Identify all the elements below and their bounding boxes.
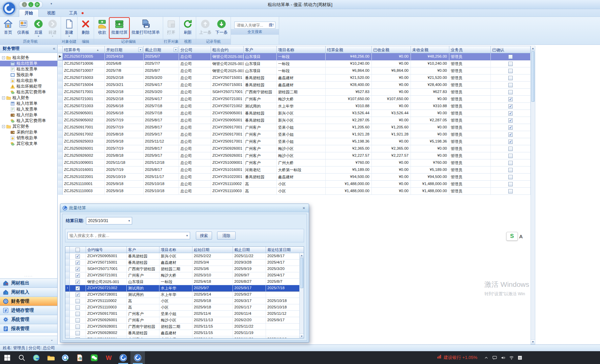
- confirmed-checkbox[interactable]: [508, 118, 513, 123]
- tree-folder-租入财务[interactable]: −租入财务: [0, 95, 57, 101]
- scroll-down-icon[interactable]: ▼: [300, 334, 304, 338]
- scroll-thumb[interactable]: [531, 51, 535, 102]
- chevron-down-icon[interactable]: ▾: [68, 35, 70, 37]
- column-header-截止日期[interactable]: 截止日期▼: [144, 46, 179, 53]
- chevron-down-icon[interactable]: ▾: [52, 35, 53, 37]
- select-checkbox[interactable]: [76, 254, 80, 259]
- clear-button[interactable]: 清除: [217, 232, 236, 240]
- tree-item-销售收款单[interactable]: 销售收款单: [0, 135, 57, 141]
- nav-options-chevron-icon[interactable]: ⌄: [51, 338, 53, 341]
- tree-expander-icon[interactable]: −: [2, 125, 5, 128]
- tree-folder-其它财务[interactable]: −其它财务: [0, 124, 57, 129]
- taskbar-qq-browser-icon[interactable]: [58, 351, 72, 364]
- confirmed-checkbox[interactable]: [508, 104, 513, 109]
- confirmed-checkbox[interactable]: [508, 147, 513, 151]
- confirmed-checkbox[interactable]: [508, 189, 513, 193]
- column-header-已确认[interactable]: 已确认: [491, 46, 531, 53]
- tree-item-租出坏账处理[interactable]: 租出坏账处理: [0, 84, 57, 89]
- column-header-select[interactable]: [70, 247, 86, 253]
- taskbar-explorer-icon[interactable]: [43, 351, 58, 364]
- dialog-table-row[interactable]: ZCHY250905001番禺碧桂园新兴小区2025/2/222025/11/2…: [65, 253, 304, 260]
- up-circle-icon[interactable]: ↑: [22, 2, 27, 7]
- close-icon[interactable]: ✕: [301, 206, 307, 211]
- tree-item-其它收支单[interactable]: 其它收支单: [0, 141, 57, 147]
- column-header-项目名称[interactable]: 项目名称: [277, 46, 326, 53]
- confirmed-checkbox[interactable]: [508, 154, 513, 158]
- ribbon-button-首页[interactable]: 首页: [1, 18, 15, 38]
- select-checkbox[interactable]: [76, 318, 80, 323]
- select-checkbox[interactable]: [76, 273, 80, 278]
- table-row[interactable]: ZCJS2507210012025/2/182025/4/17总公司ZCHY25…: [58, 96, 531, 103]
- ribbon-button-新建[interactable]: 新建▾: [62, 18, 76, 38]
- column-header-租出合约[interactable]: 租出合约: [211, 46, 244, 53]
- confirmed-checkbox[interactable]: [508, 111, 513, 116]
- table-row[interactable]: ZCJS2510220012025/10/192025/11/17总公司ZCHY…: [58, 174, 531, 181]
- ribbon-button-仪表板[interactable]: 仪表板: [15, 18, 31, 38]
- tree-item-租出其它费用单[interactable]: 租出其它费用单: [0, 89, 57, 95]
- nav-item-报表管理[interactable]: 报表管理: [0, 324, 57, 333]
- table-row[interactable]: ZCJS2509170022025/8/182025/9/17总公司ZCHY25…: [58, 131, 531, 138]
- taskbar-start-icon[interactable]: [0, 351, 14, 364]
- select-checkbox[interactable]: [76, 293, 80, 297]
- taskbar-wps-icon[interactable]: W: [101, 351, 116, 364]
- chevron-down-icon[interactable]: ▾: [38, 35, 39, 37]
- select-checkbox[interactable]: [76, 299, 80, 303]
- scroll-up-icon[interactable]: ▲: [531, 46, 535, 51]
- down-circle-icon[interactable]: ↓: [28, 2, 33, 7]
- tree-item-租入发票单[interactable]: 租入发票单: [0, 107, 57, 112]
- settle-date-picker[interactable]: 2025/10/31 ▼: [86, 217, 132, 224]
- column-header-合约编号[interactable]: 合约编号: [86, 247, 127, 253]
- select-checkbox[interactable]: [76, 286, 80, 291]
- tree-expander-icon[interactable]: −: [2, 56, 5, 59]
- stock-ticker[interactable]: 建设银行 +1.05%: [437, 354, 477, 361]
- select-checkbox[interactable]: [76, 331, 80, 335]
- column-header-结算单号[interactable]: 结算单号▲: [63, 46, 105, 53]
- scroll-up-icon[interactable]: ▲: [300, 253, 304, 257]
- tree-item-租出收款单[interactable]: 租出收款单: [0, 78, 57, 84]
- select-all-checkbox[interactable]: [76, 248, 80, 252]
- screenshot-tool-icon[interactable]: S: [506, 232, 518, 241]
- confirmed-checkbox[interactable]: [508, 161, 513, 165]
- table-row[interactable]: ZCJS2507150032025/2/182025/3/20总公司ZCHY25…: [58, 74, 531, 82]
- table-row[interactable]: ZCJS2511100032025/9/182025/10/18总公司ZCHY2…: [58, 188, 531, 195]
- nav-item-财务管理[interactable]: 财务管理: [0, 297, 57, 306]
- confirmed-checkbox[interactable]: [508, 83, 513, 87]
- scroll-down-icon[interactable]: ▼: [531, 339, 535, 344]
- search-button[interactable]: 搜索: [196, 232, 212, 240]
- confirmed-checkbox[interactable]: [508, 69, 513, 73]
- table-row[interactable]: ZCJS2507210032025/6/182025/7/18总公司ZCHY25…: [58, 103, 531, 110]
- column-header-项目名称[interactable]: 项目名称: [159, 247, 192, 253]
- taskbar-app-logo-icon[interactable]: [116, 351, 130, 364]
- dialog-table-row[interactable]: ZCHY250721001广州客户梅沙大桥2025/3/102026/9/720…: [65, 272, 304, 279]
- select-checkbox[interactable]: [76, 305, 80, 310]
- column-header-结算金额[interactable]: 结算金额: [326, 46, 372, 53]
- confirmed-checkbox[interactable]: [508, 62, 513, 66]
- qat-customize-button[interactable]: ▾: [51, 2, 52, 5]
- taskbar-app-logo-icon[interactable]: [130, 351, 145, 364]
- tree-item-租入结算单[interactable]: 租入结算单: [0, 101, 57, 107]
- keyword-search-input[interactable]: [236, 23, 269, 28]
- select-checkbox[interactable]: [76, 337, 80, 339]
- ribbon-button-批量结算[interactable]: 批量结算: [109, 18, 129, 38]
- confirmed-checkbox[interactable]: [508, 125, 513, 130]
- taskbar-search-icon[interactable]: [14, 351, 29, 364]
- tray-network-icon[interactable]: [507, 351, 516, 364]
- table-row[interactable]: ZCJS2509260022025/8/182025/9/17总公司ZCHY25…: [58, 152, 531, 159]
- tab-tools[interactable]: 工具: [64, 9, 85, 17]
- taskbar-edge-icon[interactable]: [29, 351, 43, 364]
- dialog-title-bar[interactable]: 批量结算 ✕: [60, 204, 309, 212]
- ribbon-button-下一条[interactable]: 下一条: [213, 18, 230, 38]
- confirmed-checkbox[interactable]: [508, 132, 513, 137]
- table-row[interactable]: ZCJS2507100072025/7/82025/8/7总公司钢管公司2025…: [58, 67, 531, 74]
- dialog-table-row[interactable]: ZCHY251110002高小区2025/9/182026/3/172025/1…: [65, 298, 304, 304]
- table-row[interactable]: ZCJS2507100062025/6/82025/7/7总公司钢管公司2025…: [58, 60, 531, 67]
- select-checkbox[interactable]: [76, 325, 80, 329]
- tree-folder-租出财务[interactable]: −租出财务: [0, 55, 57, 61]
- ribbon-button-刷新[interactable]: 刷新: [181, 18, 195, 38]
- sidebar-splitter[interactable]: ·····: [0, 275, 57, 278]
- column-header-截止日期[interactable]: 截止日期: [233, 247, 266, 253]
- taskbar-wechat-icon[interactable]: [87, 351, 101, 364]
- dialog-table-row[interactable]: SGHY250717001广西南宁碧桂园碧桂园二期2025/3/62025/9/…: [65, 266, 304, 272]
- dialog-table-row[interactable]: ZCHY250926001广州客户梅沙小区2025/11/132026/2/20…: [65, 317, 304, 324]
- table-row[interactable]: ZCJS2507150042025/3/212025/4/17总公司ZCHY25…: [58, 82, 531, 89]
